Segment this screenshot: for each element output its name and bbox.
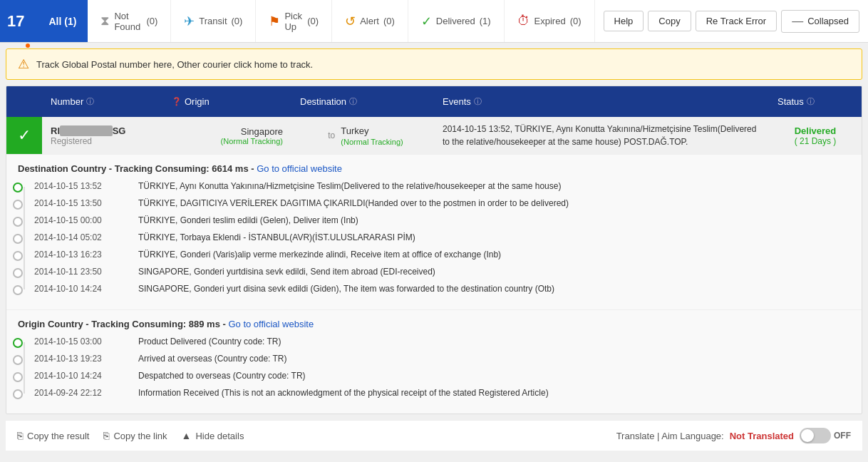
- tab-pickup-label: Pick Up: [284, 11, 303, 32]
- tracking-sub: Registered: [51, 136, 155, 146]
- logo-number: 17: [7, 12, 24, 31]
- destination-official-link[interactable]: Go to official website: [257, 163, 342, 174]
- origin-country: Singapore: [172, 126, 283, 137]
- copy-result-icon: ⎘: [17, 430, 23, 441]
- tab-delivered[interactable]: ✓ Delivered (1): [408, 0, 505, 42]
- origin-official-link[interactable]: Go to official website: [228, 319, 314, 329]
- arrow-icon: to: [325, 130, 338, 140]
- timeline-item: 2014-10-10 14:24 SINGAPORE, Gonderi yurt…: [32, 284, 850, 295]
- timeline-dot: [13, 338, 23, 348]
- table-row: ✓ RI████████SG Registered Singapore (Nor…: [6, 117, 862, 154]
- check-icon: ✓: [421, 14, 432, 29]
- timeline-date: 2014-10-15 13:52: [34, 181, 127, 191]
- tab-delivered-count: (1): [480, 16, 491, 26]
- timeline-event: TÜRKIYE, Torbaya Eklendi - İSTANBUL(AVR)…: [138, 232, 850, 242]
- flag-icon: ⚑: [269, 14, 280, 29]
- copy-link-button[interactable]: ⎘ Copy the link: [103, 430, 167, 441]
- plane-icon: ✈: [184, 14, 195, 29]
- timeline-date: 2014-10-15 13:50: [34, 198, 127, 208]
- destination-detail-section: Destination Country - Tracking Consuming…: [6, 154, 862, 309]
- th-status: Status ⓘ: [769, 92, 862, 111]
- status-delivered: Delivered: [795, 125, 837, 136]
- translate-label: Translate | Aim Language:: [616, 431, 724, 441]
- tab-all-label: All: [48, 16, 61, 27]
- timeline-date: 2014-10-15 03:00: [34, 337, 127, 346]
- th-events-icon[interactable]: ⓘ: [474, 96, 482, 107]
- th-destination-icon[interactable]: ⓘ: [349, 96, 357, 107]
- hide-details-button[interactable]: ▲ Hide details: [182, 430, 244, 441]
- th-status-icon[interactable]: ⓘ: [807, 96, 815, 107]
- copy-link-label: Copy the link: [113, 431, 167, 441]
- alert-warning-icon: ⚠: [18, 56, 29, 72]
- collapsed-label: Collapsed: [807, 16, 849, 26]
- timeline-event: Product Delivered (Country code: TR): [138, 337, 850, 346]
- timeline-item: 2014-10-13 16:23 TÜRKIYE, Gonderi (Varis…: [32, 250, 850, 261]
- timeline-item: 2014-10-15 00:00 TÜRKIYE, Gonderi teslim…: [32, 215, 850, 227]
- th-number-icon[interactable]: ⓘ: [86, 96, 94, 107]
- alert-bar: ⚠ Track Global Postal number here, Other…: [6, 48, 862, 80]
- timeline-dot: [13, 251, 23, 261]
- tab-not-found-count: (0): [146, 16, 157, 26]
- retrack-button[interactable]: Re Track Error: [696, 11, 777, 31]
- hourglass-icon: ⧗: [100, 14, 110, 29]
- hide-details-label: Hide details: [195, 431, 244, 441]
- logo-dot: [26, 43, 30, 48]
- timeline-date: 2014-10-10 14:24: [34, 284, 127, 294]
- timeline-date: 2014-10-15 00:00: [34, 215, 127, 225]
- tracking-table: Number ⓘ ❓ Origin Destination ⓘ Events ⓘ…: [6, 86, 862, 414]
- collapsed-dash-icon: —: [792, 15, 803, 28]
- timeline-event: TÜRKIYE, Gonderi (Varis)alip verme merke…: [138, 250, 850, 260]
- timeline-date: 2014-10-11 23:50: [34, 267, 127, 277]
- tab-not-found-label: Not Found: [114, 11, 142, 32]
- event-text: 2014-10-15 13:52, TÜRKIYE, Aynı Konutta …: [443, 123, 760, 148]
- timeline-item: 2014-10-15 03:00 Product Delivered (Coun…: [32, 337, 850, 348]
- tab-transit[interactable]: ✈ Transit (0): [171, 0, 256, 42]
- th-origin-question-icon[interactable]: ❓: [172, 97, 182, 106]
- footer-left: ⎘ Copy the result ⎘ Copy the link ▲ Hide…: [17, 430, 244, 441]
- th-number: Number ⓘ: [6, 92, 163, 111]
- timeline-item: 2014-10-14 05:02 TÜRKIYE, Torbaya Eklend…: [32, 232, 850, 244]
- refresh-icon: ↺: [345, 14, 356, 29]
- alert-text: Track Global Postal number here, Other c…: [36, 59, 313, 70]
- tab-all[interactable]: All (1): [37, 0, 88, 42]
- origin-tracking-type: (Normal Tracking): [172, 137, 283, 145]
- th-origin: ❓ Origin: [163, 92, 291, 111]
- td-status: Delivered ( 21 Days ): [769, 117, 862, 154]
- destination-timeline: 2014-10-15 13:52 TÜRKIYE, Aynı Konutta Y…: [18, 181, 850, 295]
- origin-section-title: Origin Country - Tracking Consuming: 889…: [18, 319, 850, 329]
- tab-alert-label: Alert: [360, 16, 379, 26]
- help-button[interactable]: Help: [604, 11, 644, 31]
- td-destination: to Turkey (Normal Tracking): [291, 117, 434, 154]
- tab-not-found[interactable]: ⧗ Not Found (0): [88, 0, 171, 42]
- timeline-event: Information Received (This is not an ack…: [138, 388, 850, 398]
- timeline-dot: [13, 217, 23, 227]
- collapsed-button[interactable]: — Collapsed: [781, 10, 859, 33]
- td-event: 2014-10-15 13:52, TÜRKIYE, Aynı Konutta …: [434, 117, 769, 154]
- copy-result-button[interactable]: ⎘ Copy the result: [17, 430, 89, 441]
- tab-expired[interactable]: ⏱ Expired (0): [505, 0, 595, 42]
- clock-icon: ⏱: [517, 14, 530, 29]
- timeline-dot: [13, 355, 23, 365]
- timeline-date: 2014-10-13 19:23: [34, 354, 127, 364]
- tab-alert[interactable]: ↺ Alert (0): [332, 0, 408, 42]
- timeline-dot: [13, 285, 23, 295]
- translate-toggle[interactable]: OFF: [800, 428, 851, 443]
- origin-timeline: 2014-10-15 03:00 Product Delivered (Coun…: [18, 337, 850, 399]
- toggle-label: OFF: [834, 431, 851, 441]
- row-content: RI████████SG Registered Singapore (Norma…: [42, 117, 862, 154]
- tab-pickup[interactable]: ⚑ Pick Up (0): [256, 0, 332, 42]
- td-origin: Singapore (Normal Tracking): [163, 117, 291, 154]
- toggle-track[interactable]: [800, 428, 831, 443]
- timeline-event: TÜRKIYE, DAGITICIYA VERİLEREK DAGITIMA Ç…: [138, 198, 850, 208]
- timeline-item: 2014-10-10 14:24 Despatched to overseas …: [32, 371, 850, 382]
- tab-transit-label: Transit: [199, 16, 227, 26]
- timeline-event: TÜRKIYE, Gonderi teslim edildi (Gelen), …: [138, 215, 850, 225]
- delivered-check-icon: ✓: [18, 126, 31, 145]
- tab-expired-count: (0): [570, 16, 582, 26]
- status-tabs: ⧗ Not Found (0) ✈ Transit (0) ⚑ Pick Up …: [88, 0, 594, 42]
- th-events: Events ⓘ: [434, 92, 769, 111]
- copy-button[interactable]: Copy: [648, 11, 691, 31]
- timeline-dot: [13, 234, 23, 244]
- timeline-event: Despatched to overseas (Country code: TR…: [138, 371, 850, 381]
- th-destination: Destination ⓘ: [291, 92, 434, 111]
